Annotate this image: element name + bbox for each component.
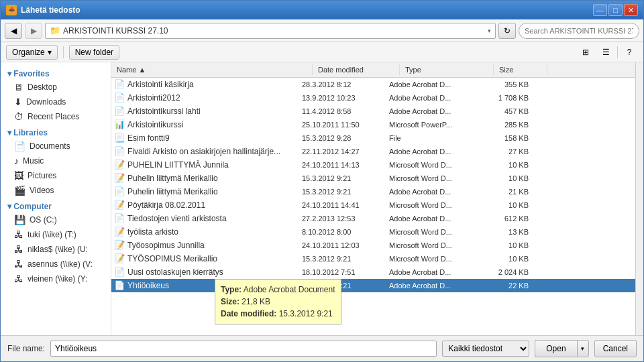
- cancel-button[interactable]: Cancel: [594, 340, 637, 357]
- col-header-date[interactable]: Date modified: [313, 64, 400, 75]
- table-row[interactable]: 📄 Arkistointi käsikirja 28.3.2012 8:12 A…: [111, 78, 635, 91]
- search-input[interactable]: [519, 23, 639, 39]
- file-name-cell: 📄 Arkistointi2012: [111, 93, 299, 103]
- sidebar-item-tuki[interactable]: 🖧 tuki (\\ike) (T:): [1, 227, 111, 242]
- open-dropdown-button[interactable]: ▾: [577, 340, 589, 357]
- pdf-icon: 📄: [114, 186, 125, 196]
- pdf-icon: 📄: [114, 106, 125, 116]
- table-row[interactable]: 📄 Puhelin liittymä Merikallio 15.3.2012 …: [111, 185, 635, 198]
- table-row[interactable]: 📄 Arkistointi2012 13.9.2012 10:23 Adobe …: [111, 91, 635, 105]
- osc-icon: 💾: [14, 215, 25, 225]
- toolbar-separator: [63, 46, 64, 58]
- maximize-button[interactable]: □: [608, 4, 623, 16]
- col-header-size[interactable]: Size: [494, 64, 547, 75]
- path-dropdown-arrow[interactable]: ▾: [488, 27, 491, 34]
- file-name-text: Pöytäkirja 08.02.2011: [127, 200, 205, 210]
- table-row[interactable]: 📄 Arkistointikurssi lahti 11.4.2012 8:58…: [111, 105, 635, 118]
- table-row[interactable]: 📄 Tiedostojen vienti arkistosta 27.2.201…: [111, 212, 635, 225]
- forward-button[interactable]: ▶: [25, 23, 42, 39]
- file-size-cell: 1 708 KB: [480, 94, 534, 102]
- sidebar-item-pictures[interactable]: 🖼 Pictures: [1, 168, 111, 183]
- view-toggle-button[interactable]: ⊞: [577, 45, 594, 60]
- sidebar-item-videos[interactable]: 🎬 Videos: [1, 183, 111, 198]
- file-list-header: Name ▲ Date modified Type Size: [111, 62, 635, 78]
- file-date-cell: 24.10.2011 14:13: [299, 161, 386, 169]
- table-row[interactable]: 📄 Fivaldi Arkisto on asiakirjojen hallin…: [111, 145, 635, 158]
- libraries-section[interactable]: ▾ Libraries: [1, 124, 111, 139]
- refresh-button[interactable]: ↻: [498, 23, 516, 39]
- sidebar-item-music[interactable]: ♪ Music: [1, 154, 111, 168]
- file-type-cell: Adobe Acrobat D...: [386, 268, 480, 276]
- organize-button[interactable]: Organize ▾: [6, 45, 58, 60]
- table-row[interactable]: 📊 Arkistointikurssi 25.10.2011 11:50 Mic…: [111, 118, 635, 131]
- filetype-select[interactable]: Kaikki tiedostot: [442, 341, 529, 357]
- file-size-cell: 10 KB: [480, 161, 534, 169]
- favorites-arrow: ▾: [7, 69, 13, 78]
- footer: File name: Kaikki tiedostot Open ▾ Cance…: [1, 335, 643, 361]
- filename-label: File name:: [7, 344, 45, 353]
- title-bar: 📤 Lähetä tiedosto — □ ✕: [1, 1, 643, 19]
- table-row[interactable]: 📝 TYÖSOPIMUS Merikallio 15.3.2012 9:21 M…: [111, 252, 635, 265]
- table-row[interactable]: 📝 Puhelin liittymä Merikallio 15.3.2012 …: [111, 172, 635, 185]
- path-text: ARKISTOINTI KURSSI 27.10: [63, 26, 168, 36]
- pdf-icon: 📄: [114, 79, 125, 89]
- file-size-cell: 13 KB: [480, 228, 534, 236]
- new-folder-button[interactable]: New folder: [69, 45, 119, 60]
- asennus-icon: 🖧: [14, 259, 23, 269]
- file-type-cell: Adobe Acrobat D...: [386, 147, 480, 156]
- table-row[interactable]: 📃 Esim fontti9 15.3.2012 9:28 File 158 K…: [111, 131, 635, 145]
- libraries-label: Libraries: [13, 128, 48, 137]
- sidebar-item-vleinen[interactable]: 🖧 vleinen (\\ike) (Y:: [1, 272, 111, 286]
- sidebar-niklas-label: niklas$ (\\ike) (U:: [28, 245, 88, 254]
- sidebar-item-desktop[interactable]: 🖥 Desktop: [1, 80, 111, 95]
- tooltip-type: Type: Adobe Acrobat Document: [221, 284, 335, 296]
- file-type-cell: Microsoft Word D...: [386, 228, 480, 236]
- sidebar-item-osc[interactable]: 💾 OS (C:): [1, 213, 111, 227]
- pdf-icon: 📄: [114, 267, 125, 277]
- videos-icon: 🎬: [14, 185, 25, 196]
- back-button[interactable]: ◀: [5, 23, 22, 39]
- file-date-cell: 15.3.2012 9:21: [299, 255, 386, 263]
- file-size-cell: 22 KB: [480, 282, 534, 290]
- scrollbar-area[interactable]: [635, 62, 643, 335]
- toolbar-sep2: [617, 46, 618, 58]
- sidebar-tuki-label: tuki (\\ike) (T:): [28, 230, 76, 239]
- file-name-text: Yhtiöoikeus: [127, 281, 169, 290]
- table-row[interactable]: 📝 Pöytäkirja 08.02.2011 24.10.2011 14:41…: [111, 198, 635, 212]
- col-header-type[interactable]: Type: [400, 64, 494, 75]
- table-row[interactable]: 📝 PUHELIN LIITTYMÄ Junnila 24.10.2011 14…: [111, 158, 635, 172]
- pdf-icon: 📄: [114, 213, 125, 223]
- file-date-cell: 24.10.2011 14:41: [299, 201, 386, 209]
- file-name-text: Arkistointi2012: [127, 93, 180, 103]
- minimize-button[interactable]: —: [593, 4, 607, 16]
- file-name-cell: 📄 Tiedostojen vienti arkistosta: [111, 213, 299, 223]
- table-row[interactable]: 📝 työlista arkisto 8.10.2012 8:00 Micros…: [111, 225, 635, 239]
- file-size-cell: 10 KB: [480, 241, 534, 249]
- view-list-button[interactable]: ☰: [597, 45, 614, 60]
- sidebar-item-niklas[interactable]: 🖧 niklas$ (\\ike) (U:: [1, 242, 111, 257]
- close-button[interactable]: ✕: [624, 4, 638, 16]
- col-header-name[interactable]: Name ▲: [111, 64, 313, 75]
- documents-icon: 📄: [14, 141, 25, 152]
- table-row[interactable]: 📄 Uusi ostolaskujen kierrätys 18.10.2012…: [111, 265, 635, 279]
- pdf-icon: 📄: [114, 93, 125, 103]
- word-icon: 📝: [114, 253, 125, 263]
- table-row[interactable]: 📝 Työosopimus Junnilla 24.10.2011 12:03 …: [111, 239, 635, 252]
- file-name-text: työlista arkisto: [127, 227, 178, 237]
- table-row[interactable]: 📄 Yhtiöoikeus 15.3.2012 9:21 Adobe Acrob…: [111, 279, 635, 292]
- sidebar-item-recent[interactable]: ⏱ Recent Places: [1, 109, 111, 124]
- computer-arrow: ▾: [7, 202, 13, 211]
- sidebar-item-downloads[interactable]: ⬇ Downloads: [1, 95, 111, 109]
- sidebar-item-documents[interactable]: 📄 Documents: [1, 139, 111, 154]
- sidebar-item-asennus[interactable]: 🖧 asennus (\\ike) (V:: [1, 257, 111, 272]
- favorites-section[interactable]: ▾ Favorites: [1, 65, 111, 80]
- open-button[interactable]: Open: [535, 340, 576, 357]
- filename-input[interactable]: [50, 341, 437, 357]
- computer-section[interactable]: ▾ Computer: [1, 198, 111, 213]
- file-tooltip: Type: Adobe Acrobat Document Size: 21,8 …: [215, 279, 341, 324]
- file-type-cell: Microsoft Word D...: [386, 201, 480, 209]
- file-type-cell: Adobe Acrobat D...: [386, 94, 480, 102]
- help-button[interactable]: ?: [621, 45, 638, 60]
- address-path[interactable]: 📁 ARKISTOINTI KURSSI 27.10 ▾: [45, 23, 496, 39]
- pdf-icon: 📄: [114, 146, 125, 156]
